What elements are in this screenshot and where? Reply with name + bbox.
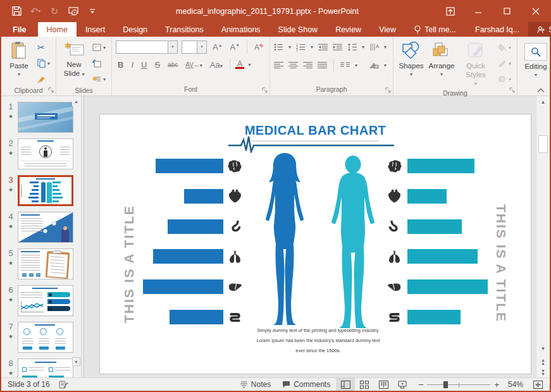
italic-button[interactable]: I	[129, 60, 135, 70]
line-spacing-button[interactable]	[347, 43, 357, 51]
customize-qat-icon[interactable]	[86, 5, 99, 18]
numbering-dropdown-arrow[interactable]: ▾	[311, 44, 313, 50]
zoom-out-icon[interactable]: −	[416, 379, 426, 389]
align-right-button[interactable]	[303, 61, 313, 69]
scroll-up-icon[interactable]: ▲	[538, 97, 548, 107]
slide-thumbnail-2[interactable]: 2★	[4, 138, 81, 169]
female-left-bar-intestine[interactable]	[170, 310, 223, 324]
male-right-bar-lungs[interactable]	[407, 249, 478, 264]
cut-button[interactable]: ✂	[35, 40, 52, 54]
section-button[interactable]: ✱ ▾	[90, 72, 108, 86]
tab-view[interactable]: View	[370, 22, 405, 37]
clear-formatting-button[interactable]: A	[252, 43, 266, 51]
previous-slide-icon[interactable]: ▲▲	[538, 357, 548, 366]
tab-design[interactable]: Design	[114, 22, 156, 37]
slide-thumbnail-3[interactable]: 3★	[4, 175, 81, 206]
clipboard-dialog-launcher[interactable]	[47, 87, 54, 94]
convert-smartart-button[interactable]	[369, 61, 379, 69]
editing-dropdown-arrow[interactable]: ▾	[535, 72, 537, 78]
bold-button[interactable]: B	[116, 60, 125, 70]
thumbnail-scroll-up-icon[interactable]: ▲	[72, 97, 80, 106]
slide-thumbnail-5[interactable]: 5★	[4, 248, 81, 279]
zoom-slider-thumb[interactable]	[443, 381, 448, 388]
tab-file[interactable]: File	[1, 22, 38, 37]
paragraph-dialog-launcher[interactable]	[385, 87, 392, 94]
tab-transitions[interactable]: Transitions	[156, 22, 213, 37]
reading-view-icon[interactable]	[374, 378, 393, 391]
slideshow-icon[interactable]	[393, 378, 412, 391]
tab-share[interactable]: Share	[528, 22, 551, 37]
decrease-indent-button[interactable]	[318, 43, 328, 51]
text-direction-dropdown-arrow[interactable]: ▾	[384, 44, 387, 50]
thumbnail-scroll-down-icon[interactable]: ▼	[72, 357, 80, 366]
tab-insert[interactable]: Insert	[77, 22, 114, 37]
normal-view-icon[interactable]	[336, 378, 355, 391]
tab-review[interactable]: Review	[326, 22, 370, 37]
female-left-bar-stomach[interactable]	[168, 219, 223, 234]
text-direction-button[interactable]: A	[369, 43, 379, 51]
columns-button[interactable]	[340, 61, 350, 69]
character-spacing-button[interactable]: AV↔▾	[183, 61, 204, 68]
small-strikethrough-button[interactable]: abc	[166, 61, 180, 68]
male-silhouette[interactable]	[320, 154, 386, 334]
thumbnail-image[interactable]	[18, 212, 73, 243]
thumbnail-image[interactable]	[18, 175, 73, 206]
male-right-bar-intestine[interactable]	[407, 310, 461, 324]
notes-button[interactable]: Notes	[234, 378, 276, 391]
layout-button[interactable]: ▾	[90, 40, 108, 54]
align-center-button[interactable]	[288, 61, 298, 69]
right-section-title[interactable]: THIS IS A TITLE	[493, 169, 509, 358]
font-dialog-launcher[interactable]	[261, 87, 268, 94]
shapes-dropdown-arrow[interactable]: ▾	[410, 71, 412, 77]
vertical-scrollbar[interactable]: ▲ ▼ ▲▲ ▼▼	[536, 96, 550, 377]
paste-button[interactable]: Paste ▾	[5, 39, 33, 79]
columns-dropdown-arrow[interactable]: ▾	[355, 63, 357, 68]
thumbnail-image[interactable]	[18, 285, 73, 316]
font-size-combo[interactable]: ▾	[182, 40, 207, 54]
zoom-percentage[interactable]: 54%	[505, 380, 528, 389]
tab-animations[interactable]: Animations	[213, 22, 269, 37]
fit-slide-to-window-icon[interactable]	[528, 378, 547, 391]
align-left-button[interactable]	[274, 61, 283, 69]
slide-editing-surface[interactable]: MEDICAL BAR CHART THIS IS A TITLE THIS I…	[99, 114, 531, 374]
new-slide-button[interactable]: ✱ New Slide ▾	[60, 39, 88, 80]
zoom-slider[interactable]	[427, 378, 490, 391]
strikethrough-button[interactable]: S	[152, 60, 162, 70]
numbering-button[interactable]: 123	[296, 43, 306, 51]
save-icon[interactable]	[10, 5, 23, 18]
bullets-button[interactable]	[274, 43, 283, 51]
shapes-button[interactable]: Shapes ▾	[397, 39, 425, 79]
thumbnail-image[interactable]	[18, 102, 73, 133]
smartart-dropdown-arrow[interactable]: ▾	[384, 63, 387, 68]
slide-sorter-icon[interactable]	[355, 378, 374, 391]
close-icon[interactable]	[521, 0, 550, 22]
collapse-ribbon-icon[interactable]	[537, 88, 545, 93]
paste-dropdown-arrow[interactable]: ▾	[18, 71, 20, 77]
drawing-dialog-launcher[interactable]	[509, 87, 516, 94]
slide-thumbnail-6[interactable]: 6★	[4, 285, 81, 316]
thumbnail-image[interactable]	[18, 248, 73, 279]
line-spacing-dropdown-arrow[interactable]: ▾	[362, 44, 364, 50]
next-slide-icon[interactable]: ▼▼	[538, 367, 548, 377]
female-left-bar-lungs[interactable]	[153, 249, 223, 264]
female-silhouette[interactable]	[256, 152, 314, 331]
decrease-font-size-button[interactable]: A▼	[228, 42, 242, 52]
font-color-dropdown-arrow[interactable]: ▾	[248, 62, 251, 68]
increase-indent-button[interactable]	[333, 43, 342, 51]
thumbnail-image[interactable]	[18, 138, 73, 169]
male-right-bar-heart[interactable]	[407, 189, 447, 204]
male-right-bar-liver[interactable]	[407, 279, 488, 294]
slide-body-text[interactable]: Simply dummy text of the printing and ty…	[240, 326, 397, 355]
spell-check-icon[interactable]	[59, 380, 68, 389]
scrollbar-thumb[interactable]	[538, 135, 548, 153]
scroll-down-icon[interactable]: ▼	[538, 344, 548, 353]
female-left-bar-liver[interactable]	[143, 279, 223, 294]
bullets-dropdown-arrow[interactable]: ▾	[288, 44, 291, 50]
tab-slide-show[interactable]: Slide Show	[269, 22, 327, 37]
slide-thumbnail-1[interactable]: 1★	[4, 102, 81, 133]
left-section-title[interactable]: THIS IS A TITLE	[121, 169, 137, 358]
arrange-button[interactable]: Arrange ▾	[428, 39, 455, 79]
tab-farshad-iq[interactable]: Farshad Iq...	[466, 22, 528, 37]
maximize-icon[interactable]	[493, 0, 521, 22]
thumbnail-image[interactable]	[18, 358, 73, 377]
